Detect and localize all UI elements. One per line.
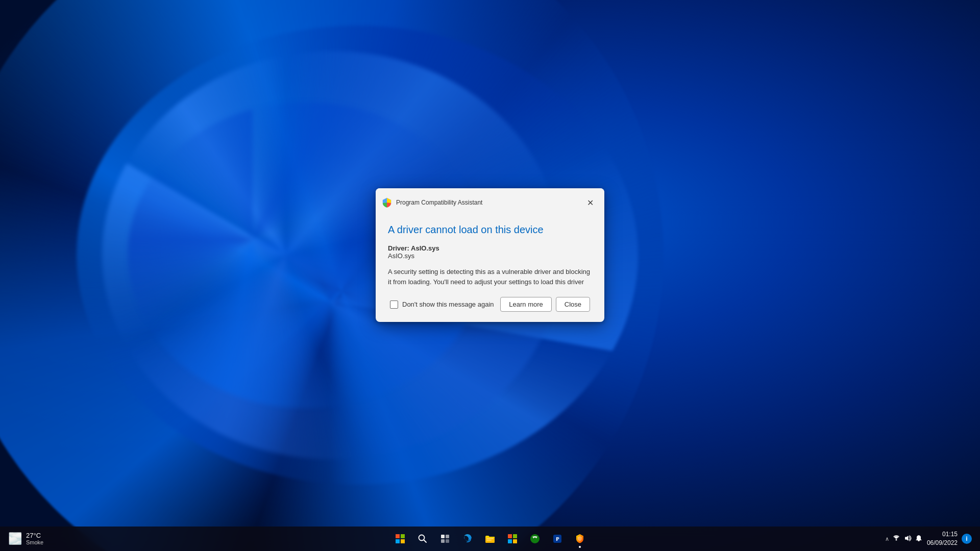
program-compatibility-assistant-dialog: Program Compatibility Assistant ✕ A driv… [376,188,604,322]
dont-show-checkbox-label[interactable]: Don't show this message again [390,300,494,309]
dialog-driver-info: Driver: AsIO.sys AsIO.sys [388,244,592,260]
dialog-description: A security setting is detecting this as … [388,267,592,287]
dialog-title-left: Program Compatibility Assistant [382,197,482,208]
dialog-overlay: Program Compatibility Assistant ✕ A driv… [0,0,980,551]
driver-label: Driver: AsIO.sys [388,244,592,252]
dialog-close-button[interactable]: ✕ [582,194,598,211]
dont-show-label-text: Don't show this message again [402,300,494,308]
learn-more-button[interactable]: Learn more [500,297,551,312]
dialog-actions: Learn more Close [500,297,590,312]
dialog-title-text: Program Compatibility Assistant [396,199,482,206]
dialog-titlebar: Program Compatibility Assistant ✕ [376,188,604,215]
dialog-heading: A driver cannot load on this device [388,223,592,236]
close-button[interactable]: Close [556,297,590,312]
pca-icon [382,197,392,208]
dont-show-checkbox[interactable] [390,300,398,309]
driver-name: AsIO.sys [388,252,592,260]
dialog-footer: Don't show this message again Learn more… [388,297,592,312]
dialog-body: A driver cannot load on this device Driv… [376,215,604,322]
